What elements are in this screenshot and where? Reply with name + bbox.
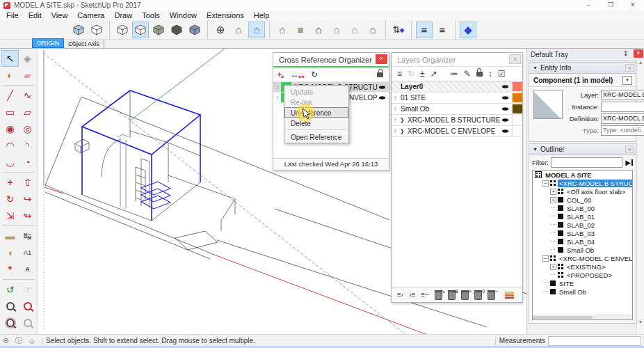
show-all-layers-button[interactable]: ≡› bbox=[397, 292, 403, 299]
view-back-button[interactable]: ⌂ bbox=[346, 22, 363, 38]
filter-icon[interactable]: ▶ bbox=[625, 159, 633, 166]
outliner-item[interactable]: +<Off axis floor slab> bbox=[533, 187, 632, 196]
instance-input[interactable] bbox=[601, 102, 644, 112]
delete-layer-button[interactable]: × bbox=[461, 290, 469, 300]
axes-tool[interactable]: * bbox=[1, 261, 19, 278]
dimension-tool[interactable]: ↹ bbox=[19, 228, 36, 244]
entity-info-header[interactable]: ▼ Entity Info × bbox=[529, 63, 636, 74]
eye-icon[interactable] bbox=[379, 96, 385, 100]
row-handle-icon[interactable]: ↕ bbox=[273, 95, 281, 101]
close-button[interactable]: ✕ bbox=[622, 0, 644, 10]
context-menu-item-delete[interactable]: Delete bbox=[284, 118, 348, 128]
credits-status-icon[interactable]: ⓘ bbox=[15, 335, 22, 346]
collapse-box-icon[interactable]: − bbox=[542, 255, 549, 262]
eye-icon[interactable] bbox=[379, 86, 385, 89]
expand-arrow-icon[interactable]: ❯ bbox=[399, 117, 405, 123]
outliner-item[interactable]: −<XRC-MODEL B STRUCTURE> bbox=[533, 179, 632, 187]
tray-close-button[interactable]: × bbox=[634, 49, 643, 58]
expand-box-icon[interactable]: + bbox=[550, 189, 556, 195]
xref-dialog-title[interactable]: Cross Reference Organizer × bbox=[273, 53, 389, 66]
add-remove-layer-button[interactable]: ± bbox=[420, 70, 425, 78]
scene-tab-object-axis[interactable]: Object Axis bbox=[64, 40, 104, 48]
two-point-arc-tool[interactable]: ◝ bbox=[19, 137, 36, 154]
tray-scroll-up-icon[interactable]: ▲ bbox=[637, 60, 644, 65]
follow-me-tool[interactable]: ↪ bbox=[19, 191, 36, 207]
back-edges-button[interactable] bbox=[88, 22, 105, 38]
layer-row[interactable]: Layer0 bbox=[392, 81, 522, 93]
move-layer-button[interactable]: ↕ bbox=[488, 70, 492, 78]
offset-tool[interactable]: ↬ bbox=[19, 207, 36, 224]
purge-empty-layers-button[interactable]: 0 bbox=[474, 290, 482, 300]
layer-color-swatch[interactable] bbox=[512, 116, 522, 125]
rotated-rectangle-tool[interactable]: ▱ bbox=[19, 104, 36, 120]
view-front-button[interactable]: ⌂ bbox=[310, 22, 327, 38]
section-plane-button[interactable]: ⊕ bbox=[212, 22, 229, 38]
outliner-item[interactable]: SLAB_04 bbox=[533, 237, 632, 246]
layer-list-options-button[interactable]: ≔ bbox=[450, 70, 458, 78]
circle-tool[interactable]: ◉ bbox=[1, 120, 19, 137]
layer-row[interactable]: ↕Small Ob bbox=[392, 104, 522, 115]
rectangle-tool[interactable]: ▭ bbox=[1, 104, 19, 120]
eraser-tool[interactable]: ▰ bbox=[19, 67, 36, 84]
row-handle-icon[interactable]: ↕ bbox=[273, 84, 281, 90]
shaded-with-textures-button[interactable] bbox=[168, 22, 185, 38]
organizer-list-1-button[interactable]: ≡ bbox=[416, 22, 433, 38]
polygon-tool[interactable]: ◎ bbox=[19, 120, 36, 137]
move-to-layer-tool-button[interactable]: ⇅◆ bbox=[390, 22, 407, 38]
menu-extensions[interactable]: Extensions bbox=[202, 10, 249, 20]
previous-view-tool[interactable] bbox=[19, 315, 36, 331]
layers-close-button[interactable]: × bbox=[509, 54, 521, 64]
refresh-layers-button[interactable]: ↻ bbox=[408, 70, 414, 78]
view-top-button[interactable]: ■ bbox=[292, 22, 309, 38]
layers-scrollbar[interactable]: ⌃ bbox=[515, 92, 522, 113]
orbit-tool[interactable]: ↺ bbox=[1, 281, 19, 298]
arc-tool[interactable]: ◠ bbox=[1, 137, 19, 154]
outliner-header[interactable]: ▼ Outliner × bbox=[529, 144, 636, 155]
outliner-item[interactable]: MODEL A SITE bbox=[533, 171, 632, 179]
assign-to-layer-button[interactable]: ↗ bbox=[430, 70, 437, 78]
xref-diamond-tool-button[interactable]: ◆ bbox=[460, 22, 476, 38]
measurements-input[interactable] bbox=[548, 336, 641, 346]
tape-measure-tool[interactable]: ▬ bbox=[1, 228, 19, 244]
three-d-text-tool[interactable]: A bbox=[19, 261, 36, 278]
geolocation-status-icon[interactable]: ⊕ bbox=[3, 336, 9, 345]
collapse-triangle-icon[interactable]: ▼ bbox=[533, 147, 538, 152]
rename-layer-button[interactable]: ✎ bbox=[464, 70, 471, 78]
toggle-details-icon[interactable]: ▾ bbox=[622, 76, 632, 85]
expand-arrow-icon[interactable]: ❯ bbox=[399, 128, 405, 134]
minimize-button[interactable]: – bbox=[577, 0, 599, 10]
row-handle-icon[interactable]: ↕ bbox=[392, 128, 399, 134]
pie-tool[interactable]: ◔ bbox=[19, 154, 36, 171]
text-tool[interactable]: A1 bbox=[19, 244, 36, 261]
expand-box-icon[interactable]: + bbox=[550, 197, 556, 203]
lock-icon[interactable] bbox=[377, 72, 383, 77]
color-by-layer-button[interactable] bbox=[501, 292, 514, 299]
eye-icon[interactable] bbox=[502, 85, 508, 88]
xref-close-button[interactable]: × bbox=[376, 54, 387, 64]
outliner-item[interactable]: SLAB_00 bbox=[533, 204, 632, 212]
view-right-button[interactable]: ⌂ bbox=[328, 22, 345, 38]
monochrome-button[interactable] bbox=[186, 22, 203, 38]
filter-input[interactable] bbox=[551, 157, 623, 168]
sort-layers-button[interactable]: ≡ bbox=[397, 70, 402, 78]
shaded-button[interactable] bbox=[150, 22, 167, 38]
hidden-line-button[interactable] bbox=[132, 22, 149, 38]
collapse-box-icon[interactable]: − bbox=[542, 180, 549, 187]
eye-icon[interactable] bbox=[502, 129, 508, 133]
menu-camera[interactable]: Camera bbox=[72, 10, 109, 20]
layers-dialog-title[interactable]: Layers Organizer × bbox=[392, 53, 522, 66]
pan-tool[interactable]: ☞ bbox=[19, 281, 36, 298]
outliner-hscrollbar[interactable] bbox=[533, 315, 632, 319]
menu-tools[interactable]: Tools bbox=[137, 10, 165, 20]
definition-input[interactable]: XRC-MODEL B STR bbox=[601, 113, 644, 124]
collapse-triangle-icon[interactable]: ▼ bbox=[533, 65, 538, 70]
layer-color-swatch[interactable] bbox=[512, 82, 522, 91]
outliner-close-button[interactable]: × bbox=[625, 145, 634, 153]
menu-file[interactable]: File bbox=[1, 10, 24, 20]
row-handle-icon[interactable]: ↕ bbox=[392, 95, 399, 101]
organizer-list-2-button[interactable]: ≡ bbox=[434, 22, 451, 38]
move-tool[interactable]: + bbox=[1, 174, 19, 191]
freehand-tool[interactable]: ∿ bbox=[19, 87, 36, 104]
maximize-button[interactable]: ❐ bbox=[599, 0, 622, 10]
tray-scroll-down-icon[interactable]: ▼ bbox=[637, 319, 644, 324]
